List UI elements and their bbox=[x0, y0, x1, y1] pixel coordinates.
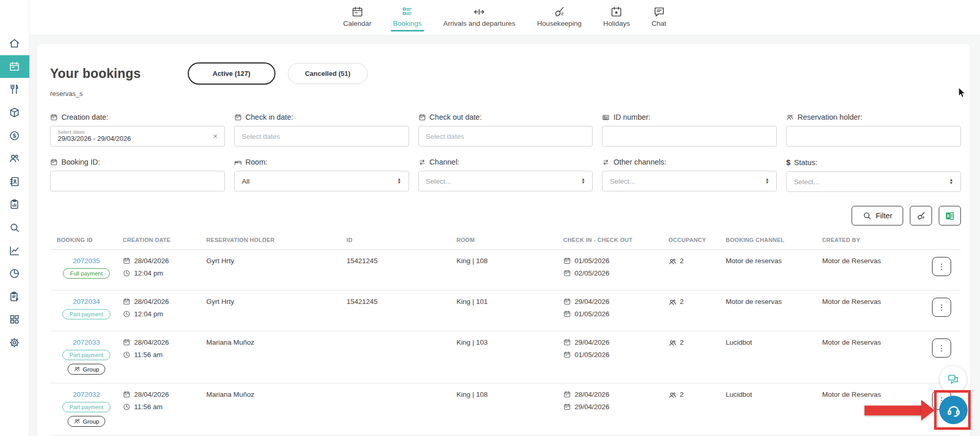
sidebar-item-reports[interactable] bbox=[0, 193, 29, 216]
filter-channel: Channel: Select... ▲▼ bbox=[418, 158, 593, 192]
active-bookings-button[interactable]: Active (127) bbox=[188, 62, 275, 85]
booking-id-link[interactable]: 2072032 bbox=[73, 391, 100, 398]
tab-chat[interactable]: Chat bbox=[649, 5, 668, 31]
creation-time: 11:56 am bbox=[134, 351, 162, 359]
occupancy-icon bbox=[668, 257, 677, 266]
booking-id-link[interactable]: 2072034 bbox=[73, 298, 100, 305]
reservation-holder: Gyrt Hrty bbox=[206, 250, 347, 290]
check-out-date-input[interactable] bbox=[426, 133, 585, 140]
booking-channel: Motor de reservas bbox=[726, 290, 822, 331]
top-navigation: Calendar Bookings Arrivals and departure… bbox=[29, 0, 980, 35]
search-icon bbox=[862, 211, 872, 220]
id-number-input[interactable] bbox=[610, 133, 769, 140]
live-chat-fab[interactable] bbox=[940, 366, 967, 393]
room: King | 108 bbox=[456, 250, 563, 290]
clear-date-icon[interactable]: × bbox=[213, 132, 218, 140]
swap-arrows-icon bbox=[418, 158, 426, 166]
creation-time: 12:04 pm bbox=[134, 310, 163, 318]
status-select[interactable]: Select... ▲▼ bbox=[786, 171, 961, 192]
dollar-icon: $ bbox=[786, 158, 790, 167]
clock-icon bbox=[123, 403, 130, 411]
calendar-star-icon bbox=[610, 6, 623, 18]
occupancy-count: 2 bbox=[680, 338, 684, 346]
select-value: All bbox=[242, 177, 250, 185]
filter-label: Status: bbox=[794, 158, 818, 167]
booking-id-link[interactable]: 2072033 bbox=[73, 338, 100, 346]
column-header: CREATION DATE bbox=[123, 234, 206, 249]
broom-icon bbox=[553, 6, 565, 18]
sidebar-item-inventory[interactable] bbox=[0, 101, 29, 124]
annotation-arrow-head bbox=[921, 400, 935, 421]
export-excel-button[interactable] bbox=[939, 206, 961, 225]
reservation-holder-input[interactable] bbox=[794, 133, 953, 140]
tab-holidays[interactable]: Holidays bbox=[601, 5, 632, 31]
booking-id-link[interactable]: 2072035 bbox=[73, 257, 100, 265]
support-headset-fab[interactable] bbox=[939, 396, 968, 424]
room: King | 108 bbox=[456, 383, 563, 435]
sidebar-item-settings[interactable] bbox=[0, 331, 29, 354]
filter-label: Booking ID: bbox=[61, 158, 100, 166]
payment-status-badge: Part payment bbox=[62, 309, 110, 319]
clock-icon bbox=[123, 269, 130, 277]
channel-select[interactable]: Select... ▲▼ bbox=[418, 171, 593, 191]
arrivals-departures-icon bbox=[473, 6, 485, 18]
tab-arrivals-departures[interactable]: Arrivals and departures bbox=[442, 5, 518, 31]
calendar-icon bbox=[418, 114, 426, 121]
creation-date: 28/04/2026 bbox=[134, 391, 169, 398]
tab-bookings[interactable]: Bookings bbox=[391, 5, 424, 31]
sidebar-item-search[interactable] bbox=[0, 216, 29, 239]
tab-housekeeping[interactable]: Housekeeping bbox=[535, 5, 583, 31]
occupancy-icon bbox=[668, 339, 677, 347]
address-book-icon bbox=[9, 176, 20, 187]
sidebar-item-bookings[interactable] bbox=[0, 55, 29, 78]
sidebar-item-statistics[interactable] bbox=[0, 239, 29, 262]
date-range-value: 29/03/2026 - 29/04/2026 bbox=[58, 135, 217, 143]
calendar-icon bbox=[563, 257, 571, 265]
booking-id-input[interactable] bbox=[58, 177, 217, 185]
sidebar-item-occupancy[interactable] bbox=[0, 262, 29, 285]
sidebar-item-tasks[interactable] bbox=[0, 285, 29, 309]
filter-label: ID number: bbox=[613, 113, 650, 121]
filter-label: Other channels: bbox=[613, 158, 666, 166]
room: King | 101 bbox=[456, 290, 563, 331]
reservation-holder: Gyrt Hrty bbox=[206, 290, 347, 331]
filter-creation-date: Creation date: Select dates 29/03/2026 -… bbox=[50, 113, 225, 147]
creation-date-input[interactable]: Select dates 29/03/2026 - 29/04/2026 × bbox=[50, 126, 225, 147]
row-actions-button[interactable]: ⋮ bbox=[932, 257, 951, 276]
creation-time: 11:56 am bbox=[134, 403, 162, 411]
row-actions-button[interactable]: ⋮ bbox=[932, 298, 951, 317]
sidebar-item-integrations[interactable] bbox=[0, 308, 29, 331]
group-badge: Group bbox=[68, 416, 106, 427]
sidebar-item-payments[interactable] bbox=[0, 124, 29, 147]
sidebar-item-guests[interactable] bbox=[0, 147, 29, 170]
check-out-date: 29/04/2026 bbox=[575, 403, 610, 411]
created-by: Motor de Reservas bbox=[822, 250, 932, 290]
filter-label: Check out date: bbox=[430, 113, 482, 121]
sidebar-item-restaurant[interactable] bbox=[0, 78, 29, 101]
sidebar-item-directory[interactable] bbox=[0, 170, 29, 193]
tab-label: Calendar bbox=[343, 20, 371, 27]
room-select[interactable]: All ▲▼ bbox=[234, 171, 409, 191]
filter-button[interactable]: Filter bbox=[852, 206, 903, 225]
check-in-date-input[interactable] bbox=[242, 133, 401, 140]
broom-icon bbox=[916, 211, 926, 221]
column-header: OCCUPANCY bbox=[668, 234, 726, 249]
tab-calendar[interactable]: Calendar bbox=[341, 5, 373, 31]
row-actions-button[interactable]: ⋮ bbox=[932, 338, 951, 358]
annotation-arrow bbox=[864, 406, 922, 415]
reservation-holder: Mariana Muñoz bbox=[206, 383, 347, 435]
guest-id: 15421245 bbox=[347, 290, 456, 331]
dollar-icon bbox=[9, 130, 20, 141]
booking-channel: Lucidbot bbox=[726, 383, 822, 435]
sidebar-item-home[interactable] bbox=[0, 32, 29, 55]
guest-id bbox=[347, 331, 456, 383]
check-out-date: 01/05/2026 bbox=[575, 351, 610, 359]
property-name: reservas_s bbox=[50, 90, 961, 98]
clear-filters-button[interactable] bbox=[910, 206, 932, 225]
other-channels-select[interactable]: Select... ▲▼ bbox=[602, 171, 777, 191]
filter-label: Room: bbox=[246, 158, 268, 166]
check-out-date: 01/05/2026 bbox=[575, 310, 610, 318]
filter-booking-id: Booking ID: bbox=[50, 158, 225, 192]
cancelled-bookings-button[interactable]: Cancelled (51) bbox=[288, 63, 368, 84]
calendar-icon bbox=[123, 298, 130, 305]
